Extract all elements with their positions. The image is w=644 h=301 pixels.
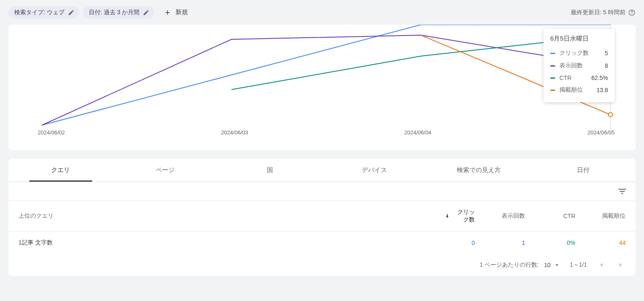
col-label: 上位のクエリ <box>18 212 54 219</box>
filter-chip-label: 日付: 過去 3 か月間 <box>89 9 139 16</box>
tab-label: 検索での見え方 <box>457 166 501 173</box>
chart-tooltip: 6月5日水曜日 クリック数 5 表示回数 8 CTR 62.5% 掲載順位 13… <box>544 29 615 102</box>
rows-per-page-value: 10 <box>544 262 551 268</box>
pagination: 1 ページあたりの行数: 10 1～1/1 <box>8 254 636 276</box>
x-tick: 2024/06/03 <box>221 129 248 136</box>
col-label: 掲載順位 <box>602 212 626 219</box>
tab-appearance[interactable]: 検索での見え方 <box>427 159 531 182</box>
tab-label: 国 <box>267 166 273 173</box>
next-page-button[interactable] <box>616 260 626 270</box>
tooltip-label: 掲載順位 <box>559 86 592 94</box>
prev-page-button[interactable] <box>596 260 606 270</box>
rows-per-page-label: 1 ページあたりの行数: <box>480 261 539 269</box>
swatch-icon <box>550 90 555 91</box>
new-filter-label: 新規 <box>175 8 188 16</box>
tooltip-label: 表示回数 <box>559 62 600 69</box>
col-position[interactable]: 掲載順位 <box>585 201 636 232</box>
cell-clicks: 0 <box>435 232 485 255</box>
tab-label: クエリ <box>51 166 70 173</box>
chart-x-axis: 2024/06/02 2024/06/03 2024/06/04 2024/06… <box>21 129 623 136</box>
chevron-down-icon <box>553 261 561 269</box>
filter-chip-date[interactable]: 日付: 過去 3 か月間 <box>83 6 155 19</box>
col-query[interactable]: 上位のクエリ <box>8 201 435 232</box>
rows-per-page: 1 ページあたりの行数: 10 <box>480 261 561 269</box>
cell-query: 1記事 文字数 <box>8 232 435 255</box>
pencil-icon <box>143 9 149 16</box>
tooltip-date: 6月5日水曜日 <box>550 35 608 43</box>
table-header-row: 上位のクエリ クリック数 表示回数 CTR 掲載順位 <box>8 201 636 232</box>
svg-point-5 <box>608 113 613 117</box>
chevron-left-icon <box>597 261 605 269</box>
tab-page[interactable]: ページ <box>113 159 218 182</box>
pencil-icon <box>68 9 75 16</box>
tab-label: デバイス <box>362 166 387 173</box>
col-ctr[interactable]: CTR <box>535 201 585 232</box>
table-filter-bar <box>8 182 636 201</box>
dimension-tabs: クエリ ページ 国 デバイス 検索での見え方 日付 <box>8 159 636 182</box>
help-icon[interactable] <box>628 9 636 16</box>
tooltip-value: 5 <box>605 50 608 57</box>
last-update: 最終更新日: 5 時間前 <box>571 9 636 16</box>
col-impressions[interactable]: 表示回数 <box>485 201 535 232</box>
cell-ctr: 0% <box>535 232 585 255</box>
x-tick: 2024/06/05 <box>587 129 615 136</box>
page-range: 1～1/1 <box>570 261 587 269</box>
query-table-card: クエリ ページ 国 デバイス 検索での見え方 日付 上位のクエリ クリック数 表… <box>8 159 636 276</box>
svg-point-1 <box>631 13 632 14</box>
filter-chip-search-type[interactable]: 検索タイプ: ウェブ <box>8 6 80 19</box>
rows-per-page-select[interactable]: 10 <box>544 261 561 269</box>
tooltip-row-ctr: CTR 62.5% <box>550 72 608 84</box>
tab-query[interactable]: クエリ <box>8 159 113 182</box>
tooltip-row-clicks: クリック数 5 <box>550 47 608 59</box>
col-clicks[interactable]: クリック数 <box>435 201 485 232</box>
tab-label: ページ <box>156 166 175 173</box>
query-table: 上位のクエリ クリック数 表示回数 CTR 掲載順位 1記事 文字数 0 1 0… <box>8 201 636 254</box>
tab-date[interactable]: 日付 <box>531 159 636 182</box>
tab-country[interactable]: 国 <box>217 159 322 182</box>
chevron-right-icon <box>616 261 625 269</box>
cell-position: 44 <box>585 232 636 255</box>
swatch-icon <box>550 53 555 54</box>
swatch-icon <box>550 65 555 67</box>
tab-device[interactable]: デバイス <box>322 159 427 182</box>
swatch-icon <box>550 77 555 79</box>
plus-icon <box>164 9 171 16</box>
cell-impressions: 1 <box>485 232 535 255</box>
tooltip-label: クリック数 <box>559 49 600 57</box>
tab-label: 日付 <box>577 166 590 173</box>
col-label: クリック数 <box>452 208 475 224</box>
performance-chart-card: 2024/06/02 2024/06/03 2024/06/04 2024/06… <box>8 25 636 150</box>
col-label: CTR <box>563 213 575 219</box>
last-update-text: 最終更新日: 5 時間前 <box>571 9 626 16</box>
tooltip-row-position: 掲載順位 13.8 <box>550 84 608 96</box>
tooltip-row-impressions: 表示回数 8 <box>550 59 608 72</box>
arrow-down-icon <box>445 213 450 219</box>
filter-list-icon[interactable] <box>617 186 627 196</box>
col-label: 表示回数 <box>502 212 525 219</box>
x-tick: 2024/06/04 <box>404 129 431 136</box>
filter-chip-label: 検索タイプ: ウェブ <box>14 9 64 16</box>
table-row[interactable]: 1記事 文字数 0 1 0% 44 <box>8 232 636 255</box>
performance-chart[interactable] <box>21 25 623 129</box>
x-tick: 2024/06/02 <box>38 129 65 136</box>
tooltip-label: CTR <box>559 75 587 81</box>
tooltip-value: 13.8 <box>597 87 608 93</box>
tooltip-value: 62.5% <box>591 75 608 81</box>
tooltip-value: 8 <box>605 62 608 69</box>
new-filter-button[interactable]: 新規 <box>158 6 194 19</box>
top-filter-bar: 検索タイプ: ウェブ 日付: 過去 3 か月間 新規 最終更新日: 5 時間前 <box>0 0 644 25</box>
